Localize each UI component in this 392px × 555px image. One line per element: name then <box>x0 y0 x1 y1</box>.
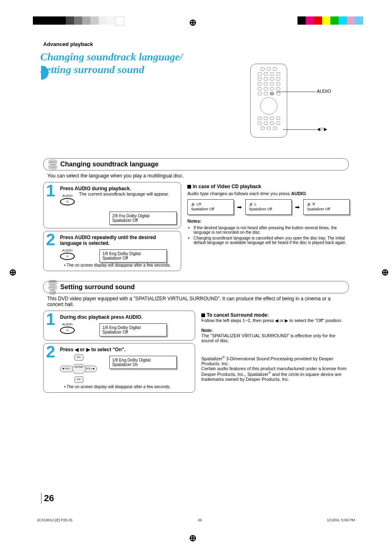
dpad-left: ◀ VOL– <box>60 366 73 372</box>
print-cross-right: ⊕ <box>381 267 389 278</box>
section2-intro: This DVD video player equipped with a "S… <box>47 296 345 307</box>
osd1-l1: 2/8 Fra Dolby Digital <box>112 214 150 218</box>
remote-audio-label: AUDIO <box>317 89 331 94</box>
section2-title: Setting surround sound <box>60 283 135 291</box>
audio-btn-label: AUDIO <box>62 194 72 198</box>
section1-title: Changing soundtrack language <box>60 161 159 168</box>
flowbox-lr: 🔊 LRSpatializer Off <box>187 199 234 214</box>
legal-text: Spatializer® 3-Dimensional Sound Process… <box>201 355 349 381</box>
footer-mid: 26 <box>198 518 202 522</box>
flow-arrow-2: ➡ <box>295 204 300 210</box>
print-cross-left: ⊕ <box>9 267 16 278</box>
remote-arrow-label: ◀ / ▶ <box>317 127 327 132</box>
sec2-stepnum-1: 1 <box>46 310 55 329</box>
sec2-osd2-l2: Spatializer On <box>112 362 138 367</box>
step-number-1: 1 <box>46 182 55 200</box>
dpad-down: CH. <box>74 376 83 383</box>
section2-badges: DVD VCD CD <box>48 280 57 295</box>
section1-title-bar: DVD VCD Changing soundtrack language <box>43 158 349 170</box>
print-registration-left <box>33 16 124 25</box>
sec2-step2-head: Press ◀ or ▶ to select "On". <box>60 347 125 352</box>
sec2-step2: 2 Press ◀ or ▶ to select "On". CH. CH. ◀… <box>43 343 195 393</box>
remote-outline <box>250 64 287 138</box>
note-1: If the desired language is not heard aft… <box>194 226 350 235</box>
flowbox-r: 🔊 RSpatializer Off <box>303 199 350 214</box>
badge-dvd-2: DVD <box>48 280 57 285</box>
section1-intro: You can select the language when you pla… <box>47 173 345 179</box>
section-header: Advanced playback <box>43 41 363 47</box>
audio-btn-oval-2: ⦾ <box>60 253 75 260</box>
cancel-head: To cancel Surround mode: <box>201 312 349 318</box>
osd-box-2: 1/8 Eng Dolby Digital Spatializer Off <box>99 249 167 263</box>
sec2-osd2-l1: 1/8 Eng Dolby Digital <box>112 358 150 362</box>
sec2-osd1-l1: 1/8 Eng Dolby Digital <box>102 325 141 330</box>
vcd-intro: Audio type changes as follows each time … <box>187 191 350 196</box>
section1-badges: DVD VCD <box>48 160 57 169</box>
audio-btn-label-3: AUDIO <box>62 322 72 326</box>
sec2-osd2: 1/8 Eng Dolby Digital Spatializer On <box>109 356 177 369</box>
osd2-l1: 1/8 Eng Dolby Digital <box>102 251 141 256</box>
vcd-head: In case of Video CD playback <box>187 184 350 189</box>
osd1-l2: Spatializer Off <box>112 218 138 223</box>
sec2-bullet: • The on screen display will disappear a… <box>64 385 191 389</box>
osd-box-1: 2/8 Fra Dolby Digital Spatializer Off <box>109 212 177 225</box>
dpad-right: VOL+ ▶ <box>84 366 97 372</box>
section2-title-bar: DVD VCD CD Setting surround sound <box>43 281 349 293</box>
print-cross-top: ⊕ <box>189 17 196 28</box>
audio-button-icon: AUDIO ⦾ <box>60 194 75 206</box>
badge-vcd: VCD <box>48 165 57 169</box>
note-2: Changing soundtrack language is cancelle… <box>194 236 350 245</box>
print-registration-right <box>297 16 363 25</box>
flowbox-l: 🔊 LSpatializer Off <box>245 199 292 214</box>
dpad-center: ENTER <box>72 364 85 374</box>
vcd-flow: 🔊 LRSpatializer Off ➡ 🔊 LSpatializer Off… <box>187 199 350 214</box>
sec1-step1: 1 Press AUDIO during playback. AUDIO ⦾ T… <box>43 182 181 228</box>
notes-list: If the desired language is not heard aft… <box>194 226 350 245</box>
footer-right: 1/13/04, 5:06 PM <box>327 518 355 522</box>
sec1-bullet: • The on screen display will disappear a… <box>64 263 177 267</box>
sec1-step1-text: The current soundtrack language will app… <box>79 191 169 196</box>
sec2-step1-head: During disc playback press AUDIO. <box>60 314 143 320</box>
print-footer: 2C01801A [E] P25-31 26 1/13/04, 5:06 PM <box>37 518 355 522</box>
sec2-osd1: 1/8 Eng Dolby Digital Spatializer Off <box>99 323 167 336</box>
badge-vcd-2: VCD <box>48 285 57 290</box>
dpad-icon: CH. CH. ◀ VOL– VOL+ ▶ ENTER <box>60 354 97 383</box>
sec2-note-body: The "SPATIALIZER VIRTUAL SURROUND" is ef… <box>201 333 349 343</box>
audio-btn-oval: ⦾ <box>60 198 75 205</box>
sec2-osd1-l2: Spatializer Off <box>102 330 128 334</box>
notes-head: Notes: <box>187 219 201 223</box>
audio-button-icon-2: AUDIO ⦾ <box>60 249 75 260</box>
sec1-step2-head: Press AUDIO repeatedly until the desired… <box>60 235 156 246</box>
dpad-up: CH. <box>74 354 83 361</box>
cancel-body: Follow the left steps 1~2, then press ◀ … <box>201 318 349 323</box>
leader-audio <box>277 92 316 92</box>
badge-cd: CD <box>49 290 56 295</box>
audio-btn-oval-3: ⦾ <box>60 327 75 334</box>
leader-arrows <box>283 129 316 130</box>
print-cross-bottom: ⊕ <box>189 533 196 543</box>
flow-arrow-1: ➡ <box>237 204 242 210</box>
sec2-stepnum-2: 2 <box>46 343 55 361</box>
sec2-step1: 1 During disc playback press AUDIO. AUDI… <box>43 311 195 341</box>
footer-left: 2C01801A [E] P25-31 <box>37 518 73 522</box>
audio-button-icon-3: AUDIO ⦾ <box>60 322 75 334</box>
sec2-note-head: Note: <box>201 328 213 333</box>
sec1-step1-head: Press AUDIO during playback. <box>60 186 131 191</box>
badge-dvd: DVD <box>48 160 57 164</box>
step-number-2: 2 <box>46 230 55 249</box>
audio-btn-label-2: AUDIO <box>62 249 72 252</box>
sec1-step2: 2 Press AUDIO repeatedly until the desir… <box>43 231 181 271</box>
osd2-l2: Spatializer Off <box>102 256 128 260</box>
remote-diagram: AUDIO ◀ / ▶ <box>250 64 353 138</box>
page-number: 26 <box>41 493 54 504</box>
